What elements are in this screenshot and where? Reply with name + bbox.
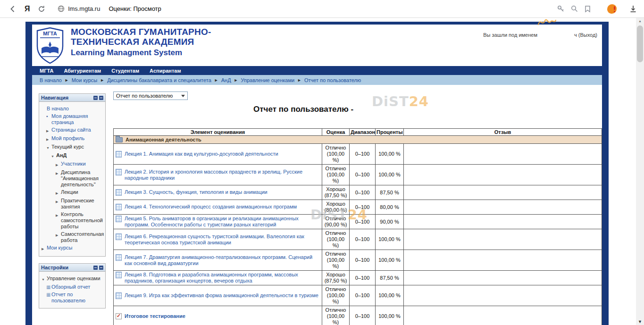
breadcrumb-link[interactable]: Отчет по пользователю [304,77,361,83]
range-value: 0–100 [350,285,376,306]
grade-item-label-wrap: Лекция 4. Технологический процесс создан… [116,204,320,210]
scrollbar-thumb[interactable] [637,25,643,62]
sidebar-item[interactable]: ▼Текущий курс [42,144,104,151]
nav-item[interactable]: Аспирантам [150,68,181,74]
grade-item-name-cell: Лекция 1. Анимация как вид культурно-дос… [114,144,322,165]
report-type-select[interactable]: Отчет по пользователю [113,92,188,100]
grade-item-link[interactable]: Лекция 7. Драматургия анимационно-театра… [125,254,320,267]
grade-item-row: Лекция 6. Рекреационная сущность туристс… [114,229,602,250]
percentage-value: 100,00 % [376,165,404,185]
nav-item[interactable]: Студентам [111,68,139,74]
settings-block: Настройки ▼Управление оценками▦Обзорный … [39,263,106,308]
grade-item-link[interactable]: Лекция 9. Игра как эффективная форма ани… [125,292,318,299]
grade-item-name-cell: Лекция 6. Рекреационная сущность туристс… [114,229,322,250]
sidebar-item[interactable]: ▶Дисциплина "Анимационная деятельность" [42,169,104,188]
grade-item-link[interactable]: Лекция 8. Подготовка и разработка анимац… [125,272,320,284]
address-bar-url[interactable]: lms.mgta.ru [68,5,100,12]
grade-value: Отлично [324,230,347,236]
grade-cell: Отлично(100,00 %) [322,285,350,306]
sidebar-item[interactable]: ▶Мои курсы [42,245,104,252]
grade-cell: Отлично(100,00 %) [322,165,350,185]
reload-icon[interactable] [38,5,45,13]
lesson-icon [116,233,122,240]
sidebar-item-label: Самостоятельная работа [61,231,104,243]
collapse-block-icon[interactable] [93,266,98,270]
dock-block-icon[interactable] [99,266,103,270]
column-header: Оценка [322,129,350,136]
lesson-icon [116,254,122,261]
breadcrumb-link[interactable]: Управление оценками [241,77,295,83]
sidebar-item[interactable]: В начало [42,106,104,112]
breadcrumb-link[interactable]: АнД [221,77,231,83]
grade-item-label-wrap: Лекция 1. Анимация как вид культурно-дос… [116,151,320,158]
grade-item-label-wrap: Лекция 2. История и хронология массовых … [116,169,320,181]
grade-item-link[interactable]: Лекция 3. Сущность, функция, типология и… [125,189,268,195]
breadcrumb-separator: ► [100,78,104,83]
grade-percent-paren: (100,00 %) [324,236,347,249]
feedback-value [404,306,602,325]
sidebar-item[interactable]: ▶Практические занятия [42,198,104,210]
page-title: Отчет по пользователю - [113,105,602,114]
column-header: Проценты [376,129,404,136]
grade-item-link[interactable]: Лекция 5. Роль аниматоров в организации … [125,216,320,228]
sidebar-item[interactable]: ▦Отчет по пользователю [42,292,104,304]
grade-item-link[interactable]: Лекция 2. История и хронология массовых … [125,169,320,181]
sidebar-item[interactable]: ▶Лекции [42,189,104,196]
nav-item[interactable]: МГТА [40,68,53,74]
lesson-icon [116,292,122,299]
navigation-tree: В начало▪Моя домашняя страница▶Страницы … [39,102,105,256]
password-manager-icon[interactable] [557,5,565,13]
sidebar-item[interactable]: ▶Мой профиль [42,135,104,142]
bullet-icon: ▪ [46,113,51,125]
grade-item-link[interactable]: Лекция 4. Технологический процесс создан… [125,204,297,210]
grade-item-link[interactable]: Лекция 1. Анимация как вид культурно-дос… [125,151,278,157]
breadcrumb-link[interactable]: В начало [40,77,62,83]
sidebar-item[interactable]: ▶Страницы сайта [42,127,104,134]
extension-alert-icon[interactable] [607,4,617,14]
range-value: 0–100 [350,229,376,250]
sidebar-item[interactable]: ▶Самостоятельная работа [42,231,104,243]
sidebar-item[interactable]: ▼Управление оценками [42,275,104,283]
grade-value: Хорошо [324,201,347,207]
feedback-value [404,215,602,229]
sidebar-item[interactable]: ▪Моя домашняя страница [42,113,104,125]
sidebar-item[interactable]: ▶Контроль самостоятельной работы [42,211,104,230]
login-info: Вы зашли под именемч (Выход) [483,32,597,38]
grade-cell: Отлично(100,00 %) [322,250,350,271]
back-icon[interactable] [8,5,17,13]
grade-value: Хорошо [324,186,347,192]
main-nav: МГТААбитуриентамСтудентамАспирантам [32,66,602,75]
range-value: 0–100 [350,250,376,271]
logout-link[interactable]: ч (Выход) [574,32,597,38]
grade-cell: Отлично(90,00 %) [322,215,350,229]
sidebar-item-label: Контроль самостоятельной работы [61,211,104,230]
dock-block-icon[interactable] [99,96,103,100]
chevron-down-icon [181,95,185,97]
breadcrumb-link[interactable]: Дисциплины бакалавриата и специалитета [107,77,211,83]
grade-percent-paren: (87,50 %) [324,278,347,284]
percentage-value: 100,00 % [376,144,404,165]
collapse-block-icon[interactable] [93,96,98,100]
feedback-value [404,271,602,285]
sidebar-item[interactable]: ▶Участники [42,161,104,168]
grade-item-link[interactable]: Итоговое тестирование [125,313,185,319]
sidebar-item[interactable]: ▦Обзорный отчет [42,284,104,290]
chevron-right-icon: ▶ [56,161,61,168]
vertical-scrollbar[interactable]: ▲ ▼ [636,18,644,325]
browser-logo[interactable]: Я [25,5,30,13]
grade-value: Отлично [324,251,347,257]
site-security-icon[interactable] [58,5,65,12]
breadcrumb-link[interactable]: Мои курсы [72,77,97,83]
range-value: 0–100 [350,215,376,229]
search-icon[interactable] [570,5,578,13]
chevron-right-icon: ▶ [46,127,51,134]
download-icon[interactable] [629,5,637,13]
nav-item[interactable]: Абитуриентам [64,68,101,74]
bookmark-icon[interactable] [584,5,591,13]
site-title: МОСКОВСКАЯ ГУМАНИТАРНО- ТЕХНИЧЕСКАЯ АКАД… [71,27,211,57]
scroll-up-icon[interactable]: ▲ [636,18,644,25]
scroll-down-icon[interactable]: ▼ [636,318,644,325]
range-value: 0–100 [350,165,376,185]
sidebar-item[interactable]: ▼АнД [42,152,104,159]
grade-item-link[interactable]: Лекция 6. Рекреационная сущность туристс… [125,233,320,246]
